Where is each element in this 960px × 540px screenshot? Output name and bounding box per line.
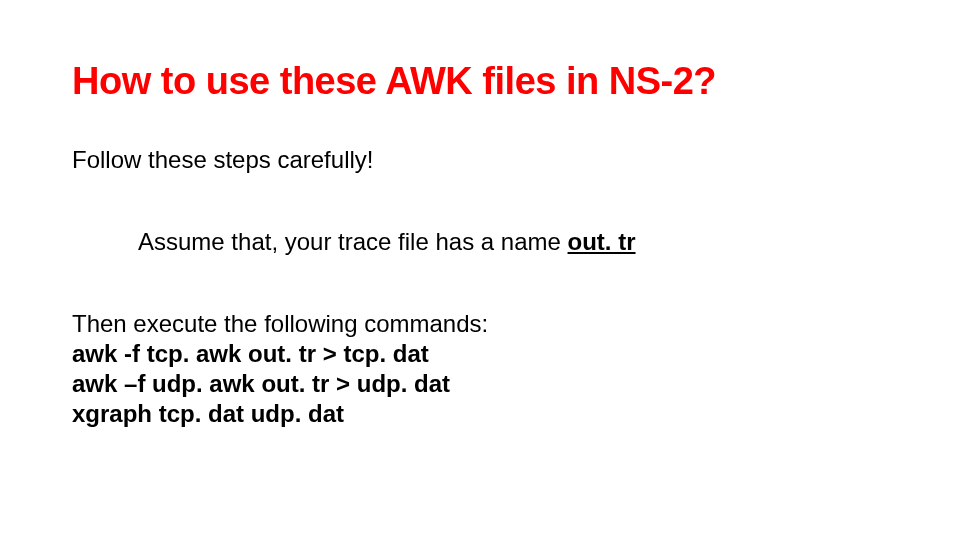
slide: How to use these AWK files in NS-2? Foll… (0, 0, 960, 540)
command-1: awk -f tcp. awk out. tr > tcp. dat (72, 339, 892, 369)
commands-block: Then execute the following commands: awk… (72, 309, 892, 429)
then-label: Then execute the following commands: (72, 309, 892, 339)
slide-body: Follow these steps carefully! Assume tha… (72, 145, 892, 429)
slide-title: How to use these AWK files in NS-2? (72, 60, 716, 103)
command-2: awk –f udp. awk out. tr > udp. dat (72, 369, 892, 399)
intro-text: Follow these steps carefully! (72, 145, 892, 175)
assume-prefix: Assume that, your trace file has a name (138, 228, 568, 255)
trace-file-name: out. tr (568, 228, 636, 255)
assume-line: Assume that, your trace file has a name … (138, 227, 892, 257)
command-3: xgraph tcp. dat udp. dat (72, 399, 892, 429)
